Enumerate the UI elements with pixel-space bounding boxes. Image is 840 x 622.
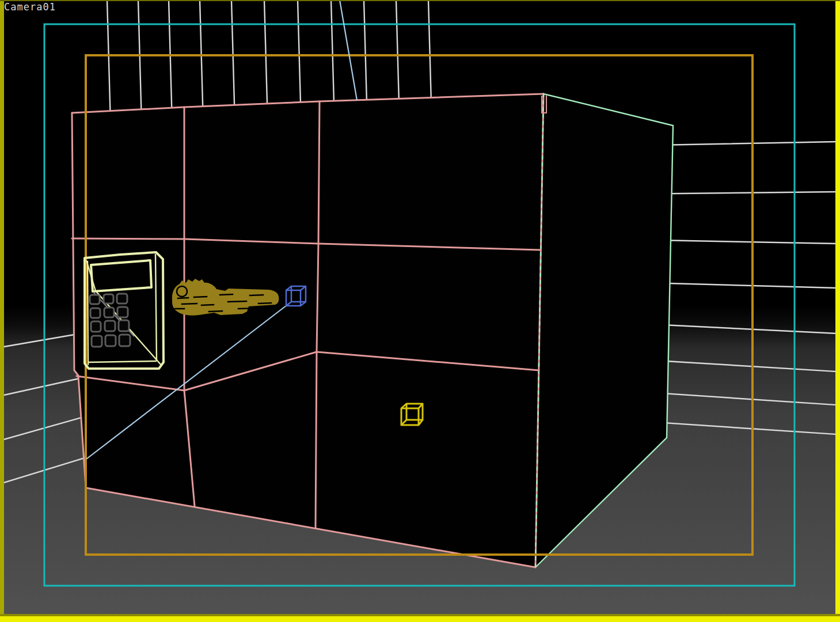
camera-label[interactable]: Camera01 (4, 1, 56, 13)
wireframe-box[interactable] (72, 94, 546, 567)
camera-viewport[interactable]: Camera01 (0, 0, 840, 622)
viewport-canvas[interactable] (0, 0, 840, 622)
